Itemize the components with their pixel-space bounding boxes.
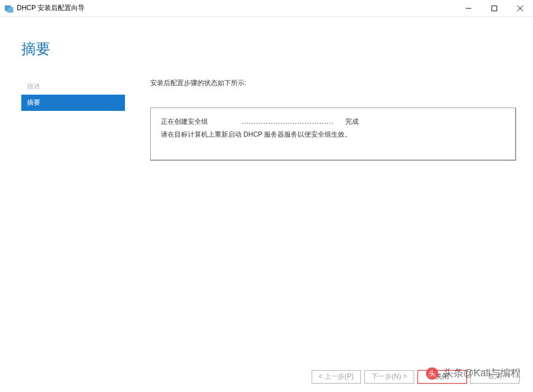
- status-line: 正在创建安全组 ................................…: [161, 117, 505, 127]
- svg-rect-1: [7, 7, 13, 12]
- page-header: 摘要: [0, 17, 533, 76]
- content-area: 摘要 描述 摘要 安装后配置步骤的状态如下所示: 正在创建安全组 .......…: [0, 17, 533, 392]
- next-button: 下一步(N) >: [364, 370, 414, 384]
- status-result: 完成: [345, 117, 359, 127]
- app-icon: [4, 4, 13, 13]
- sidebar-item-description[interactable]: 描述: [21, 78, 125, 95]
- status-box: 正在创建安全组 ................................…: [150, 108, 516, 161]
- page-title: 摘要: [21, 39, 533, 59]
- main-panel: 安装后配置步骤的状态如下所示: 正在创建安全组 ................…: [125, 76, 533, 361]
- intro-text: 安装后配置步骤的状态如下所示:: [150, 78, 516, 88]
- svg-rect-3: [492, 6, 497, 11]
- close-button[interactable]: [507, 0, 533, 17]
- sidebar-item-summary[interactable]: 摘要: [21, 95, 125, 111]
- minimize-button[interactable]: [456, 0, 481, 17]
- main-row: 描述 摘要 安装后配置步骤的状态如下所示: 正在创建安全组 ..........…: [0, 76, 533, 361]
- close-wizard-button[interactable]: 关闭: [418, 370, 467, 384]
- window-controls: [456, 0, 533, 16]
- titlebar: DHCP 安装后配置向导: [0, 0, 533, 17]
- wizard-sidebar: 描述 摘要: [21, 76, 125, 361]
- window-title: DHCP 安装后配置向导: [17, 3, 85, 13]
- wizard-footer: < 上一步(P) 下一步(N) > 关闭 取消: [0, 361, 533, 392]
- status-note: 请在目标计算机上重新启动 DHCP 服务器服务以便安全组生效。: [161, 130, 505, 139]
- sidebar-item-label: 摘要: [27, 99, 40, 106]
- status-task-label: 正在创建安全组: [161, 117, 208, 127]
- previous-button: < 上一步(P): [312, 370, 361, 384]
- status-dots: ......................................: [242, 118, 334, 125]
- cancel-button: 取消: [470, 370, 520, 384]
- sidebar-item-label: 描述: [27, 82, 40, 90]
- maximize-button[interactable]: [481, 0, 507, 17]
